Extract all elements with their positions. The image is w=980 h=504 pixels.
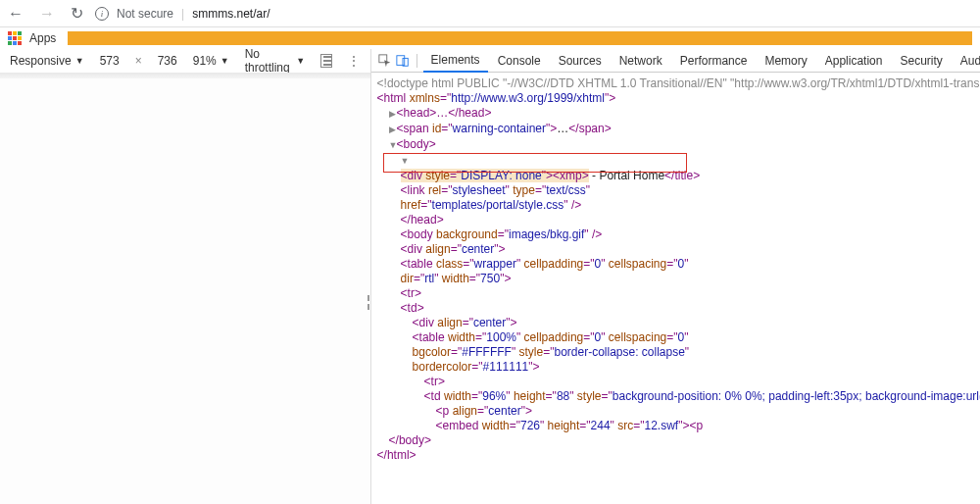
- tab-network[interactable]: Network: [612, 50, 670, 72]
- dom-line[interactable]: <tr>: [375, 286, 980, 301]
- throttle-select[interactable]: No throttling▼: [245, 47, 305, 75]
- bookmark-item[interactable]: [68, 31, 972, 45]
- dom-line[interactable]: <div align="center">: [375, 316, 980, 330]
- tab-console[interactable]: Console: [490, 50, 549, 72]
- dom-line[interactable]: ▼<body>: [375, 137, 980, 153]
- dom-line[interactable]: <td>: [375, 301, 980, 316]
- nav-buttons: ← → ↻: [8, 6, 83, 22]
- dom-line[interactable]: <div align="center">: [375, 242, 980, 257]
- tab-elements[interactable]: Elements: [423, 49, 488, 73]
- devtools-tabs: Elements Console Sources Network Perform…: [371, 49, 980, 73]
- device-width[interactable]: 573: [100, 54, 120, 68]
- info-icon[interactable]: i: [95, 7, 109, 21]
- bookmarks-bar: Apps: [0, 27, 980, 49]
- svg-rect-1: [396, 55, 404, 65]
- rotate-icon[interactable]: [320, 54, 332, 68]
- dom-line[interactable]: ▶<head>…</head>: [375, 106, 980, 122]
- dom-line[interactable]: ▶<span id="warning-container">…</span>: [375, 122, 980, 137]
- elements-panel: Elements Console Sources Network Perform…: [371, 49, 980, 504]
- dom-line[interactable]: <body background="images/bkg.gif" />: [375, 227, 980, 242]
- dom-line-highlighted[interactable]: <div style="DISPLAY: none"><xmp> - Porta…: [375, 169, 980, 183]
- dom-line[interactable]: ▼: [375, 153, 980, 169]
- tab-sources[interactable]: Sources: [551, 50, 610, 72]
- dom-line[interactable]: <embed width="726" height="244" src="12.…: [375, 419, 980, 433]
- forward-icon[interactable]: →: [39, 6, 55, 22]
- tab-security[interactable]: Security: [892, 50, 950, 72]
- tab-application[interactable]: Application: [817, 50, 891, 72]
- dom-line[interactable]: <table class="wrapper" cellpadding="0" c…: [375, 257, 980, 286]
- divider: [416, 54, 417, 68]
- dom-line[interactable]: <td width="96%" height="88" style="backg…: [375, 389, 980, 404]
- dom-line[interactable]: <tr>: [375, 375, 980, 389]
- reload-icon[interactable]: ↻: [71, 6, 83, 22]
- dom-line[interactable]: <link rel="stylesheet" type="text/css"hr…: [375, 183, 980, 213]
- device-mode-select[interactable]: Responsive▼: [10, 54, 84, 68]
- main-split: Responsive▼ 573 × 736 91%▼ No throttling…: [0, 49, 980, 504]
- device-preview-pane: Responsive▼ 573 × 736 91%▼ No throttling…: [0, 49, 371, 504]
- tab-performance[interactable]: Performance: [672, 50, 756, 72]
- dom-line[interactable]: </body>: [375, 433, 980, 448]
- tab-memory[interactable]: Memory: [757, 50, 814, 72]
- dom-line[interactable]: <p align="center">: [375, 404, 980, 419]
- dim-sep: ×: [135, 54, 142, 68]
- tab-audits[interactable]: Aud: [953, 50, 980, 72]
- dom-tree[interactable]: <!doctype html PUBLIC "-//W3C//DTD XHTML…: [371, 73, 980, 504]
- security-label: Not secure: [117, 7, 173, 21]
- url-text: smmms.net/ar/: [192, 7, 270, 21]
- back-icon[interactable]: ←: [8, 6, 24, 22]
- device-toolbar: Responsive▼ 573 × 736 91%▼ No throttling…: [0, 49, 370, 73]
- more-icon[interactable]: ⋮: [348, 54, 361, 68]
- apps-label[interactable]: Apps: [29, 31, 56, 45]
- rendered-page[interactable]: [0, 73, 370, 504]
- dom-line[interactable]: <table width="100%" cellpadding="0" cell…: [375, 330, 980, 375]
- address-bar: ← → ↻ i Not secure | smmms.net/ar/: [0, 0, 980, 27]
- device-height[interactable]: 736: [158, 54, 177, 68]
- zoom-select[interactable]: 91%▼: [193, 54, 229, 68]
- inspect-icon[interactable]: [377, 53, 393, 69]
- apps-icon[interactable]: [8, 31, 22, 45]
- dom-line[interactable]: <!doctype html PUBLIC "-//W3C//DTD XHTML…: [375, 76, 980, 91]
- dom-line[interactable]: </html>: [375, 448, 980, 463]
- divider: |: [181, 7, 184, 21]
- dom-line[interactable]: </head>: [375, 213, 980, 227]
- devtools-pane: Elements Console Sources Network Perform…: [371, 49, 980, 504]
- dom-line[interactable]: <html xmlns="http://www.w3.org/1999/xhtm…: [375, 91, 980, 106]
- omnibox[interactable]: i Not secure | smmms.net/ar/: [95, 7, 270, 21]
- device-toggle-icon[interactable]: [395, 53, 411, 69]
